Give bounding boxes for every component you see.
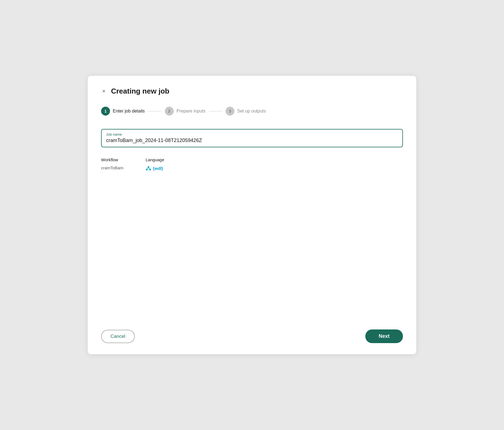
stepper: 1 Enter job details 2 Prepare inputs 3 S… <box>101 107 403 116</box>
job-name-input-wrapper: Job name <box>101 129 403 147</box>
svg-point-1 <box>146 169 148 170</box>
dialog-header: × Creating new job <box>101 87 403 96</box>
job-name-input[interactable] <box>106 138 398 143</box>
close-button[interactable]: × <box>101 87 107 96</box>
language-header: Language <box>146 157 164 162</box>
step-3-circle: 3 <box>226 107 234 116</box>
workflow-header: Workflow <box>101 157 123 162</box>
step-1: 1 Enter job details <box>101 107 145 116</box>
step-1-circle: 1 <box>101 107 110 116</box>
creating-new-job-dialog: × Creating new job 1 Enter job details 2… <box>88 76 416 354</box>
form-section: Job name Workflow cramToBam Language <box>101 129 403 313</box>
language-col: Language {wdl} <box>146 157 164 171</box>
job-name-label: Job name <box>106 132 398 136</box>
workflow-value: cramToBam <box>101 165 123 170</box>
dialog-footer: Cancel Next <box>101 324 403 343</box>
svg-point-0 <box>148 166 149 168</box>
step-3-label: Set up outputs <box>237 109 266 114</box>
workflow-section: Workflow cramToBam Language <box>101 157 403 171</box>
wdl-text: {wdl} <box>153 166 163 171</box>
svg-line-4 <box>148 168 150 169</box>
svg-point-2 <box>149 169 151 170</box>
cancel-button[interactable]: Cancel <box>101 330 135 343</box>
next-button[interactable]: Next <box>365 329 403 343</box>
step-1-label: Enter job details <box>113 109 145 114</box>
step-divider-2 <box>209 111 222 111</box>
step-divider-1 <box>148 111 162 111</box>
step-2: 2 Prepare inputs <box>165 107 205 116</box>
job-name-field-group: Job name <box>101 129 403 147</box>
step-3: 3 Set up outputs <box>226 107 266 116</box>
close-icon: × <box>102 88 106 94</box>
wdl-icon <box>146 165 151 171</box>
step-2-label: Prepare inputs <box>177 109 205 114</box>
step-2-circle: 2 <box>165 107 174 116</box>
workflow-col: Workflow cramToBam <box>101 157 123 170</box>
svg-line-3 <box>147 168 148 169</box>
language-badge: {wdl} <box>146 165 164 171</box>
dialog-title: Creating new job <box>111 87 169 96</box>
